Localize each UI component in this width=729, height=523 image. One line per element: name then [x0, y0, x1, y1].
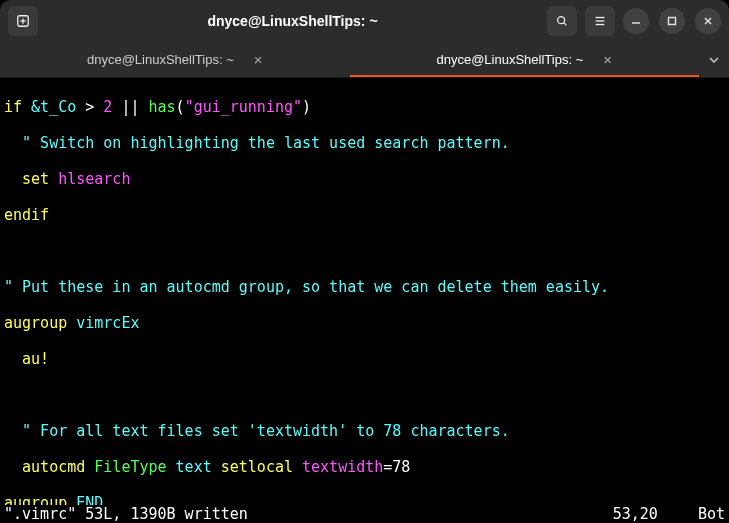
event: FileType [85, 458, 166, 476]
augroup-name: vimrcEx [67, 314, 139, 332]
comment-quote: " [4, 422, 31, 440]
tab-label: dnyce@LinuxShellTips: ~ [436, 52, 583, 67]
close-icon[interactable]: × [603, 52, 612, 67]
keyword-au: au! [4, 350, 49, 368]
close-button[interactable] [695, 8, 721, 34]
comment: For all text files set 'textwidth' to 78… [31, 422, 510, 440]
keyword-augroup: augroup [4, 314, 67, 332]
tab-1[interactable]: dnyce@LinuxShellTips: ~ × [0, 42, 350, 77]
assign: =78 [383, 458, 410, 476]
keyword-autocmd: autocmd [4, 458, 85, 476]
paren: ( [176, 98, 185, 116]
status-scroll: Bot [698, 505, 725, 523]
maximize-button[interactable] [659, 8, 685, 34]
menu-button[interactable] [585, 6, 615, 36]
tab-bar: dnyce@LinuxShellTips: ~ × dnyce@LinuxShe… [0, 42, 729, 78]
op: || [112, 98, 139, 116]
paren: ) [302, 98, 311, 116]
option: textwidth [293, 458, 383, 476]
status-file: ".vimrc" 53L, 1390B written [4, 505, 613, 523]
tab-label: dnyce@LinuxShellTips: ~ [87, 52, 234, 67]
close-icon[interactable]: × [254, 52, 263, 67]
op: > [76, 98, 94, 116]
comment-quote: " [4, 134, 31, 152]
blank-line [4, 386, 725, 404]
window-title: dnyce@LinuxShellTips: ~ [46, 13, 539, 29]
tab-2[interactable]: dnyce@LinuxShellTips: ~ × [350, 42, 700, 77]
keyword-if: if [4, 98, 22, 116]
vim-status-line: ".vimrc" 53L, 1390B written 53,20 Bot [0, 505, 729, 523]
svg-rect-9 [669, 18, 676, 25]
option: hlsearch [49, 170, 130, 188]
number: 2 [94, 98, 112, 116]
titlebar: dnyce@LinuxShellTips: ~ [0, 0, 729, 42]
keyword-endif: endif [4, 206, 49, 224]
search-button[interactable] [547, 6, 577, 36]
svg-point-3 [558, 17, 565, 24]
blank-line [4, 242, 725, 260]
window-controls [623, 8, 721, 34]
variable: &t_Co [22, 98, 76, 116]
terminal-viewport[interactable]: if &t_Co > 2 || has("gui_running") " Swi… [0, 78, 729, 523]
comment: Put these in an autocmd group, so that w… [13, 278, 609, 296]
minimize-button[interactable] [623, 8, 649, 34]
new-tab-button[interactable] [8, 6, 38, 36]
comment-quote: " [4, 278, 13, 296]
filetype: text [167, 458, 212, 476]
func: has [139, 98, 175, 116]
keyword-set: set [4, 170, 49, 188]
comment: Switch on highlighting the last used sea… [31, 134, 510, 152]
tabs-dropdown-button[interactable] [699, 42, 729, 77]
svg-line-4 [564, 23, 567, 26]
string: "gui_running" [185, 98, 302, 116]
status-position: 53,20 [613, 505, 658, 523]
keyword-setlocal: setlocal [212, 458, 293, 476]
